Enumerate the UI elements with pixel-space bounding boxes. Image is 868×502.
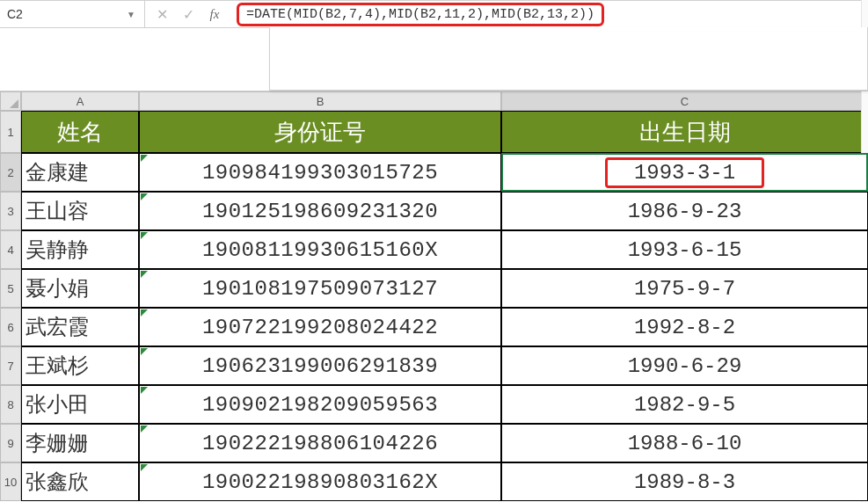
cell-b10-text: 19002219890803162X [202, 470, 438, 494]
cell-c10-text: 1989-8-3 [634, 470, 735, 494]
table-header-name[interactable]: 姓名 [21, 111, 139, 153]
cell-a8-text: 张小田 [26, 390, 89, 418]
cell-a6-text: 武宏霞 [26, 313, 89, 341]
cell-a3[interactable]: 王山容 [21, 192, 139, 230]
cell-b2-text: 190984199303015725 [202, 161, 438, 185]
name-box-value: C2 [7, 7, 23, 21]
cell-b2[interactable]: 190984199303015725 [139, 153, 501, 192]
insert-function-button[interactable]: fx [201, 1, 228, 27]
name-box[interactable]: C2 ▼ [0, 1, 145, 27]
cell-c6[interactable]: 1992-8-2 [501, 308, 868, 346]
cell-b7[interactable]: 190623199006291839 [139, 346, 501, 385]
cell-c7[interactable]: 1990-6-29 [501, 346, 868, 385]
cell-b9[interactable]: 190222198806104226 [139, 424, 501, 462]
cell-b8-text: 190902198209059563 [202, 393, 438, 417]
cell-b3[interactable]: 190125198609231320 [139, 192, 501, 230]
cell-c9[interactable]: 1988-6-10 [501, 424, 868, 462]
row-header-9[interactable]: 9 [0, 424, 21, 462]
row-header-10[interactable]: 10 [0, 462, 21, 501]
column-header-c[interactable]: C [501, 91, 868, 111]
row-header-5[interactable]: 5 [0, 269, 21, 308]
name-box-dropdown-icon[interactable]: ▼ [125, 8, 137, 20]
cell-b9-text: 190222198806104226 [202, 432, 438, 455]
row-header-4[interactable]: 4 [0, 230, 21, 269]
cell-a6[interactable]: 武宏霞 [21, 308, 139, 346]
cell-a9-text: 李姗姗 [26, 429, 89, 457]
cell-a10[interactable]: 张鑫欣 [21, 462, 139, 501]
cell-c4[interactable]: 1993-6-15 [501, 230, 868, 269]
cell-c2[interactable]: 1993-3-1 [501, 153, 868, 192]
cell-c7-text: 1990-6-29 [628, 354, 742, 378]
select-all-corner[interactable] [0, 91, 21, 111]
cell-a9[interactable]: 李姗姗 [21, 424, 139, 462]
cell-b5-text: 190108197509073127 [202, 277, 438, 301]
row-header-2[interactable]: 2 [0, 153, 21, 192]
cell-c9-text: 1988-6-10 [628, 432, 742, 455]
cancel-icon[interactable]: ✕ [149, 1, 175, 27]
cell-c4-text: 1993-6-15 [628, 238, 742, 262]
cell-c8-text: 1982-9-5 [634, 393, 735, 417]
cell-b7-text: 190623199006291839 [202, 354, 438, 378]
cell-c6-text: 1992-8-2 [634, 316, 735, 339]
formula-bar: C2 ▼ ✕ ✓ fx =DATE(MID(B2,7,4),MID(B2,11,… [0, 0, 868, 28]
cell-c5-text: 1975-9-7 [634, 277, 735, 301]
cell-c3[interactable]: 1986-9-23 [501, 192, 868, 230]
cell-a2[interactable]: 金康建 [21, 153, 139, 192]
row-header-8[interactable]: 8 [0, 385, 21, 424]
cell-b8[interactable]: 190902198209059563 [139, 385, 501, 424]
formula-input-wrap[interactable]: =DATE(MID(B2,7,4),MID(B2,11,2),MID(B2,13… [231, 1, 847, 27]
cell-a2-text: 金康建 [26, 158, 89, 186]
cell-b6[interactable]: 190722199208024422 [139, 308, 501, 346]
cell-b10[interactable]: 19002219890803162X [139, 462, 501, 501]
formula-bar-expanded-area [0, 28, 868, 91]
row-header-7[interactable]: 7 [0, 346, 21, 385]
enter-icon[interactable]: ✓ [175, 1, 201, 27]
cell-b4[interactable]: 19008119930615160X [139, 230, 501, 269]
cell-a3-text: 王山容 [26, 197, 89, 225]
cell-a7-text: 王斌杉 [26, 352, 89, 380]
spreadsheet-grid: A B C 1 姓名 身份证号 出生日期 2 金康建 1909841993030… [0, 91, 868, 501]
column-header-a[interactable]: A [21, 91, 139, 111]
cell-a5[interactable]: 聂小娟 [21, 269, 139, 308]
cell-b4-text: 19008119930615160X [202, 238, 438, 262]
cell-a7[interactable]: 王斌杉 [21, 346, 139, 385]
row-header-1[interactable]: 1 [0, 111, 21, 153]
cell-c2-text: 1993-3-1 [605, 157, 764, 188]
formula-input[interactable]: =DATE(MID(B2,7,4),MID(B2,11,2),MID(B2,13… [237, 3, 604, 26]
formula-bar-buttons: ✕ ✓ fx [145, 1, 231, 27]
cell-c10[interactable]: 1989-8-3 [501, 462, 868, 501]
cell-a5-text: 聂小娟 [26, 274, 89, 302]
cell-c3-text: 1986-9-23 [628, 200, 742, 223]
table-header-dob[interactable]: 出生日期 [501, 111, 868, 153]
cell-a4[interactable]: 吴静静 [21, 230, 139, 269]
cell-a10-text: 张鑫欣 [26, 468, 89, 496]
cell-c8[interactable]: 1982-9-5 [501, 385, 868, 424]
cell-b6-text: 190722199208024422 [202, 316, 438, 339]
cell-b3-text: 190125198609231320 [202, 200, 438, 223]
cell-c5[interactable]: 1975-9-7 [501, 269, 868, 308]
row-header-6[interactable]: 6 [0, 308, 21, 346]
row-header-3[interactable]: 3 [0, 192, 21, 230]
table-header-id[interactable]: 身份证号 [139, 111, 501, 153]
column-header-b[interactable]: B [139, 91, 501, 111]
cell-a4-text: 吴静静 [26, 236, 89, 264]
cell-a8[interactable]: 张小田 [21, 385, 139, 424]
cell-b5[interactable]: 190108197509073127 [139, 269, 501, 308]
